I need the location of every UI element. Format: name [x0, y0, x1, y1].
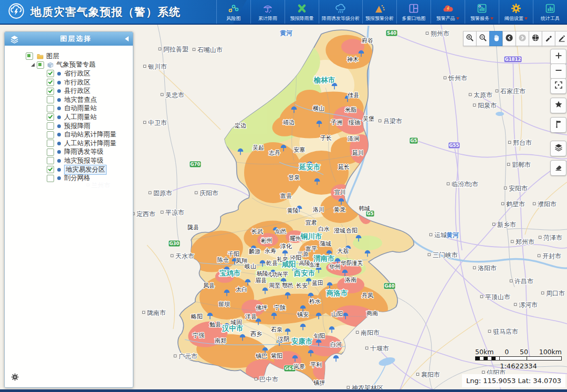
map-tool-clear-brush[interactable]	[542, 31, 555, 46]
layer-checkbox[interactable]	[47, 166, 54, 173]
toolbar-item-route-dots[interactable]: 风险图	[216, 0, 250, 24]
layer-group-checkbox[interactable]	[37, 61, 44, 69]
side-tool-measure-flag[interactable]	[550, 117, 566, 133]
city-label: 鹤壁市	[506, 200, 525, 208]
map-tool-draw-pencil[interactable]	[555, 31, 567, 46]
map-tool-zoom-out[interactable]	[476, 31, 490, 46]
layer-root-label[interactable]: 图层	[46, 52, 59, 61]
layer-bullet-icon	[57, 89, 61, 93]
county-label: 淳化	[280, 243, 292, 250]
county-label: 勉县	[209, 321, 221, 328]
side-tool-minus[interactable]	[550, 63, 566, 79]
layer-checkbox[interactable]	[47, 149, 54, 156]
county-label: 乾县	[266, 260, 278, 267]
layer-checkbox[interactable]	[47, 70, 54, 77]
layer-item-label[interactable]: 市行政区	[64, 78, 90, 87]
layer-bullet-icon	[57, 142, 61, 145]
map-tool-zoom-in[interactable]	[463, 31, 477, 46]
city-marker	[142, 311, 145, 314]
county-label: 旬阳	[313, 333, 325, 340]
side-tool-eraser[interactable]	[550, 160, 566, 176]
layer-checkbox[interactable]	[47, 88, 54, 95]
city-marker	[161, 93, 163, 96]
scale-labels: 50km 0 50 100km	[475, 348, 562, 356]
city-label: 庆阳市	[200, 189, 218, 197]
county-label: 镇安	[297, 311, 309, 318]
toolbar-item-gear[interactable]: 阈值设置	[499, 0, 533, 24]
layer-item-label[interactable]: 自动站累计降雨量	[64, 130, 117, 139]
map-tool-full-extent[interactable]	[529, 31, 542, 46]
layer-item-label[interactable]: 自动雨量站	[64, 104, 97, 113]
layer-item-label[interactable]: 人工雨量站	[64, 113, 97, 122]
toolbar-item-chart-search[interactable]: 预警服务	[465, 0, 499, 24]
layer-checkbox[interactable]	[47, 131, 54, 139]
city-label: 吕梁市	[383, 118, 402, 125]
clear-brush-icon	[544, 34, 553, 44]
toolbar-item-chart-stats[interactable]: 统计工具	[533, 0, 567, 24]
map-tool-previous-extent[interactable]	[502, 31, 516, 46]
layer-item-label[interactable]: 县行政区	[64, 87, 90, 96]
county-label: 长武	[251, 228, 263, 235]
layer-group-label[interactable]: 气象预警专题	[56, 60, 96, 69]
city-marker	[511, 240, 513, 243]
layer-checkbox[interactable]	[47, 105, 54, 112]
layer-checkbox[interactable]	[47, 140, 54, 147]
county-label: 岚皋	[293, 363, 305, 370]
city-marker	[473, 104, 476, 107]
toolbar-item-multi-window[interactable]: 多窗口地图	[396, 0, 430, 24]
layer-item-label[interactable]: 省行政区	[64, 69, 90, 78]
layer-item-label[interactable]: 剖分网格	[64, 174, 90, 183]
county-label: 定边	[235, 122, 246, 129]
city-label: 平凉市	[165, 209, 184, 216]
city-label: 洛阳市	[478, 264, 497, 272]
layer-checkbox[interactable]	[47, 79, 54, 86]
expand-icon	[554, 81, 563, 91]
toolbar-item-landslide[interactable]: 预报预警分析	[362, 0, 396, 24]
toolbar-item-rain-umbrella[interactable]: 累计降雨	[250, 0, 285, 24]
side-tool-plus[interactable]	[550, 49, 566, 65]
layer-item-label[interactable]: 地灾预报等级	[64, 156, 103, 165]
settings-gear-icon[interactable]	[11, 373, 19, 383]
layer-item-label[interactable]: 预报降雨	[64, 122, 90, 131]
county-label: 略阳	[191, 313, 203, 320]
layer-item-label[interactable]: 人工站累计降雨量	[64, 139, 117, 148]
prefecture-label: 商洛市	[326, 289, 348, 297]
toolbar-item-warning-cloud[interactable]: 预警产品	[430, 0, 465, 24]
layer-checkbox[interactable]	[47, 175, 54, 182]
layer-item-label[interactable]: 地灾普查点	[64, 96, 97, 104]
layer-bullet-icon	[57, 81, 61, 84]
layer-tree: 图层气象预警专题省行政区市行政区县行政区地灾普查点自动雨量站人工雨量站预报降雨自…	[5, 46, 133, 183]
county-label: 吴起	[253, 144, 264, 151]
county-label: 延川	[352, 150, 364, 156]
layer-root-checkbox[interactable]	[26, 52, 33, 60]
layer-panel: 图层选择 图层气象预警专题省行政区市行政区县行政区地灾普查点自动雨量站人工雨量站…	[4, 31, 133, 388]
city-label: 平顶山市	[485, 293, 510, 301]
eraser-icon	[554, 163, 563, 173]
layer-checkbox[interactable]	[47, 113, 54, 121]
layer-checkbox[interactable]	[47, 157, 54, 164]
prefecture-label: 铜川市	[300, 232, 322, 240]
county-label: 潼关	[351, 260, 363, 267]
toolbar-item-cloud-rain[interactable]: 降雨诱发等级分析	[319, 0, 362, 24]
svg-text:G55: G55	[449, 143, 459, 148]
tree-expand-icon[interactable]	[31, 63, 35, 67]
panel-collapse-icon[interactable]	[125, 36, 129, 41]
side-tool-expand[interactable]	[550, 78, 566, 94]
layer-bullet-icon	[57, 176, 61, 180]
toolbar-item-label: 统计工具	[541, 15, 560, 22]
map-tool-next-extent[interactable]	[516, 31, 529, 46]
road-shield: S40	[386, 30, 397, 36]
city-marker	[143, 65, 146, 68]
county-label: 太白	[236, 286, 247, 293]
layer-item-label[interactable]: 地灾易发分区	[64, 165, 107, 175]
side-tool-layers[interactable]	[550, 141, 566, 156]
layer-checkbox[interactable]	[47, 122, 54, 130]
toolbar-item-label: 风险图	[227, 15, 241, 22]
side-tool-bookmark-star[interactable]	[550, 98, 566, 113]
layer-item-label[interactable]: 降雨诱发等级	[64, 147, 103, 156]
city-label: 固原市	[153, 189, 172, 197]
toolbar-item-green-cross[interactable]: 预报降雨量	[285, 0, 319, 24]
map-tool-pan[interactable]	[489, 31, 503, 46]
layer-checkbox[interactable]	[47, 96, 54, 103]
county-label: 富平	[306, 246, 317, 252]
